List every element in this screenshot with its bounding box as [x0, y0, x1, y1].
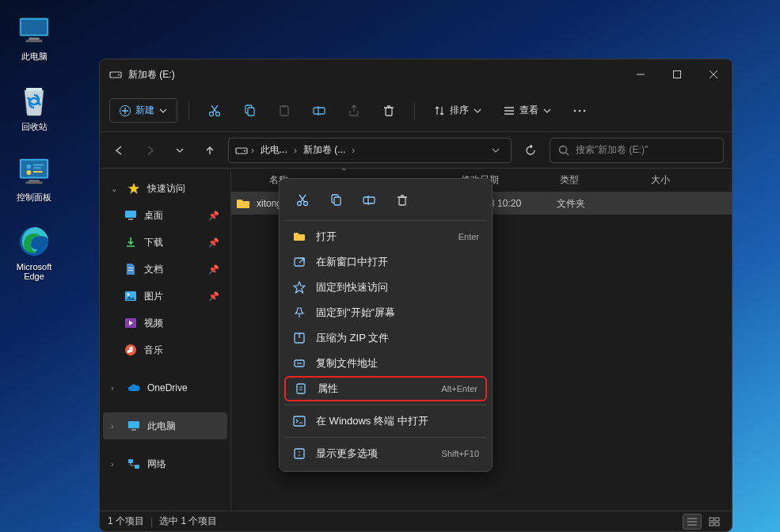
chevron-down-icon: [543, 108, 551, 113]
desktop-icon-edge[interactable]: Microsoft Edge: [6, 226, 62, 281]
grid-view-button[interactable]: [705, 514, 724, 530]
ctx-open[interactable]: 打开 Enter: [284, 224, 487, 249]
svg-rect-55: [128, 421, 139, 428]
separator: [284, 220, 487, 221]
svg-rect-67: [399, 197, 405, 205]
sidebar-label: 桌面: [144, 209, 202, 222]
breadcrumb[interactable]: › 此电... › 新加卷 (... ›: [228, 138, 512, 163]
svg-rect-31: [283, 105, 286, 108]
ctx-properties[interactable]: 属性 Alt+Enter: [284, 376, 487, 401]
rename-button[interactable]: [305, 97, 333, 125]
chevron-right-icon: ›: [292, 145, 299, 156]
statusbar: 1 个项目 | 选中 1 个项目: [100, 511, 732, 531]
delete-button[interactable]: [375, 97, 403, 125]
svg-rect-32: [314, 108, 325, 114]
ctx-copy-path[interactable]: 复制文件地址: [284, 351, 487, 376]
view-icon: [504, 105, 515, 116]
svg-rect-56: [131, 429, 136, 431]
sidebar-label: 快速访问: [147, 182, 219, 196]
sort-indicator-icon: ⌃: [341, 169, 347, 176]
explorer-window: 新加卷 (E:) 新建 排序 查看: [99, 59, 732, 532]
column-size[interactable]: 大小: [643, 173, 732, 187]
sidebar-videos[interactable]: 视频: [103, 310, 227, 336]
svg-rect-88: [715, 522, 719, 526]
desktop-icon-recycle-bin[interactable]: 回收站: [6, 85, 62, 133]
sidebar-desktop[interactable]: 桌面 📌: [103, 202, 227, 229]
sidebar-network[interactable]: › 网络: [103, 450, 227, 477]
pin-icon: 📌: [208, 238, 219, 248]
svg-point-7: [26, 164, 31, 169]
file-pane: ⌃ 名称 修改日期 类型 大小 xitongzhijia.net 2022/3/…: [231, 169, 732, 511]
sidebar-label: 此电脑: [147, 420, 219, 433]
view-button[interactable]: 查看: [496, 99, 559, 122]
svg-rect-64: [334, 197, 341, 205]
separator: [284, 405, 487, 405]
ctx-copy-button[interactable]: [321, 187, 351, 214]
context-icon-row: [284, 184, 487, 217]
chevron-right-icon: ›: [350, 145, 356, 156]
navbar: › 此电... › 新加卷 (... › 搜索"新加卷 (E:)": [100, 132, 732, 169]
maximize-button[interactable]: [659, 59, 695, 89]
context-menu: 打开 Enter 在新窗口中打开 固定到快速访问 固定到"开始"屏幕: [279, 178, 493, 472]
breadcrumb-seg[interactable]: 此电...: [257, 143, 291, 157]
up-button[interactable]: [198, 139, 222, 162]
ctx-pin-quick[interactable]: 固定到快速访问: [284, 275, 487, 300]
videos-icon: [124, 316, 138, 330]
sidebar-label: OneDrive: [147, 382, 219, 393]
minimize-button[interactable]: [622, 59, 659, 89]
search-icon: [558, 145, 569, 156]
more-button[interactable]: [565, 97, 594, 125]
chevron-down-icon: ⌄: [111, 184, 120, 193]
file-list: xitongzhijia.net 2022/3/8 10:20 文件夹: [231, 192, 732, 511]
refresh-button[interactable]: [518, 138, 543, 163]
ctx-terminal[interactable]: 在 Windows 终端 中打开: [284, 408, 487, 434]
desktop-icon-this-pc[interactable]: 此电脑: [6, 14, 62, 63]
shortcut-label: Alt+Enter: [441, 384, 478, 393]
sidebar: ⌄ 快速访问 桌面 📌 下载 📌 文档 📌 图片: [100, 169, 231, 511]
svg-rect-79: [295, 449, 304, 458]
window-controls: [622, 59, 732, 89]
titlebar[interactable]: 新加卷 (E:): [100, 59, 732, 89]
new-button[interactable]: 新建: [109, 98, 177, 123]
ctx-show-more[interactable]: 显示更多选项 Shift+F10: [284, 441, 487, 466]
ctx-compress[interactable]: 压缩为 ZIP 文件: [284, 325, 487, 351]
sidebar-this-pc[interactable]: › 此电脑: [103, 412, 227, 439]
svg-rect-65: [363, 197, 375, 203]
star-icon: [127, 181, 141, 196]
svg-rect-18: [674, 71, 681, 78]
shortcut-label: Shift+F10: [442, 449, 479, 458]
sidebar-pictures[interactable]: 图片 📌: [103, 283, 227, 310]
ctx-delete-button[interactable]: [387, 187, 417, 214]
svg-rect-86: [715, 518, 719, 521]
cut-button[interactable]: [200, 97, 229, 125]
desktop-icons: 此电脑 回收站 控制面板 Microsoft Edge: [6, 14, 62, 281]
sidebar-label: 文档: [144, 263, 202, 276]
sidebar-quick-access[interactable]: ⌄ 快速访问: [103, 175, 227, 202]
folder-icon: [236, 198, 250, 209]
sidebar-onedrive[interactable]: › OneDrive: [103, 374, 227, 401]
svg-point-25: [216, 112, 220, 116]
details-view-button[interactable]: [683, 514, 702, 530]
ctx-rename-button[interactable]: [354, 187, 384, 214]
pin-icon: [292, 306, 306, 319]
sidebar-documents[interactable]: 文档 📌: [103, 256, 227, 283]
copy-button[interactable]: [235, 97, 264, 125]
ctx-new-window[interactable]: 在新窗口中打开: [284, 249, 487, 275]
sort-button[interactable]: 排序: [426, 99, 489, 122]
desktop-icon-control-panel[interactable]: 控制面板: [6, 155, 62, 203]
sidebar-downloads[interactable]: 下载 📌: [103, 229, 227, 256]
recent-dropdown[interactable]: [168, 139, 192, 162]
breadcrumb-seg[interactable]: 新加卷 (...: [300, 143, 348, 157]
ctx-pin-start[interactable]: 固定到"开始"屏幕: [284, 300, 487, 325]
view-label: 查看: [519, 104, 538, 117]
back-button[interactable]: [108, 139, 131, 162]
breadcrumb-dropdown[interactable]: [487, 148, 504, 153]
svg-point-41: [579, 109, 581, 112]
close-button[interactable]: [695, 59, 732, 89]
search-input[interactable]: 搜索"新加卷 (E:)": [550, 138, 724, 163]
sidebar-music[interactable]: 音乐: [103, 336, 227, 363]
desktop-icon: [124, 208, 138, 222]
ctx-cut-button[interactable]: [287, 187, 318, 214]
column-type[interactable]: 类型: [552, 173, 643, 187]
svg-point-10: [26, 170, 31, 175]
